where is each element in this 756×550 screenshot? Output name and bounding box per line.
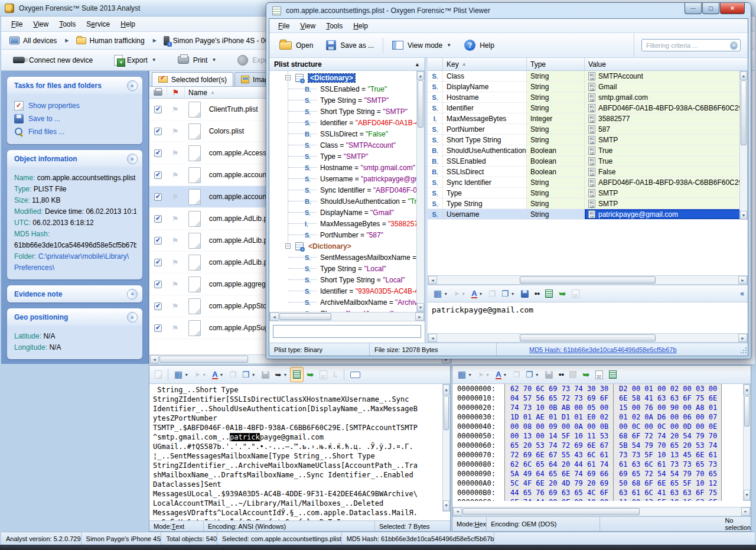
filter-input[interactable]: [646, 42, 730, 49]
scroll-up-icon[interactable]: ▲: [443, 385, 449, 395]
flag-icon[interactable]: ⚑: [172, 281, 179, 288]
chevron-up-icon[interactable]: «: [127, 154, 138, 164]
value-preview-text[interactable]: patrickpayge@gmail.com: [428, 302, 748, 333]
scroll-left-icon[interactable]: ◄: [270, 313, 279, 321]
text-viewer-vertical-scrollbar[interactable]: ▲ ▼: [442, 384, 450, 512]
key-column-header[interactable]: Key▲: [443, 58, 527, 70]
scroll-right-icon[interactable]: ►: [741, 507, 750, 516]
checkbox[interactable]: [154, 106, 162, 113]
stop-icon[interactable]: ▼: [567, 367, 579, 382]
table-vertical-scrollbar[interactable]: ▲ ▼: [739, 71, 748, 220]
geo-positioning-header[interactable]: Geo positioning «: [7, 308, 142, 326]
plist-tree-item[interactable]: − B SSLIsDirect = "False": [269, 128, 416, 139]
minimize-button[interactable]: —: [685, 3, 702, 14]
doc32-icon[interactable]: ▼: [569, 287, 582, 301]
scroll-up-icon[interactable]: ▲: [744, 385, 750, 395]
checkbox[interactable]: [154, 324, 162, 332]
tree-search-input[interactable]: [273, 325, 421, 338]
go-icon[interactable]: ▼: [304, 367, 316, 382]
checkbox[interactable]: [154, 302, 162, 310]
scrollbar-thumb[interactable]: [159, 356, 248, 363]
tree-vertical-scrollbar[interactable]: ▲ ▼: [416, 71, 425, 312]
value-column-header[interactable]: Value: [585, 58, 748, 70]
scroll-right-icon[interactable]: ►: [738, 334, 747, 342]
pin-icon[interactable]: ▼: [192, 367, 208, 382]
text-viewer-content[interactable]: String_..Short TypeStringZIdentifier[SSL…: [149, 384, 450, 520]
plist-table-row[interactable]: S Short Type String String SMTP: [428, 135, 748, 145]
scroll-left-icon[interactable]: ◄: [428, 334, 437, 342]
plist-table-row[interactable]: B SSLEnabled Boolean True: [428, 156, 748, 167]
flag-column-header[interactable]: ⚑: [167, 87, 185, 98]
mode-status[interactable]: Mode: Hex: [452, 517, 487, 531]
find-next-icon[interactable]: ▼: [273, 367, 290, 382]
plist-table-row[interactable]: S Identifier String ABFD046F-0A1B-4BFD-9…: [428, 103, 748, 113]
go-icon[interactable]: ▼: [556, 287, 568, 301]
scrollbar-thumb[interactable]: [418, 80, 423, 128]
task-link[interactable]: Find files ...: [14, 125, 136, 138]
task-link[interactable]: Save to ...: [14, 112, 136, 125]
flag-icon[interactable]: ⚑: [172, 324, 179, 332]
mode-status[interactable]: Mode: Text: [149, 521, 204, 531]
menu-item[interactable]: Tools: [321, 19, 348, 32]
plist-tree-item[interactable]: − S Hostname = "smtp.gmail.com": [269, 162, 416, 173]
plist-tree-item[interactable]: − I MaxMessageBytes = "35882577": [269, 218, 416, 229]
separator[interactable]: ▼: [344, 369, 344, 380]
flag-icon[interactable]: ⚑: [172, 237, 179, 245]
flag-icon[interactable]: ⚑: [172, 302, 179, 310]
pin-icon[interactable]: ▼: [475, 367, 492, 382]
icon-column-header[interactable]: [428, 58, 443, 70]
menu-item[interactable]: Help: [115, 18, 141, 31]
separator[interactable]: ▼: [168, 369, 168, 380]
plist-tree-item[interactable]: − B SSLEnabled = "True": [269, 83, 416, 95]
copy-pages-icon[interactable]: ▼: [499, 287, 517, 301]
plist-tree-item[interactable]: − S SentMessagesMailboxName = "Sent Mess…: [269, 252, 416, 263]
doc32-icon[interactable]: ▼: [317, 367, 330, 382]
copy-icon[interactable]: ▼: [510, 367, 522, 382]
page-icon[interactable]: ▼: [152, 367, 164, 382]
flag-icon[interactable]: ⚑: [172, 193, 179, 201]
menu-item[interactable]: View: [295, 19, 321, 32]
copy-icon[interactable]: ▼: [227, 367, 239, 382]
scrollbar-thumb[interactable]: [744, 396, 750, 427]
flag-icon[interactable]: ⚑: [172, 106, 179, 113]
collapse-panel-icon[interactable]: «: [740, 289, 744, 298]
save-as-button[interactable]: Save as ...: [322, 37, 378, 53]
flag-icon[interactable]: ⚑: [172, 171, 179, 179]
flag-icon[interactable]: ⚑: [172, 215, 179, 223]
text-mode-icon[interactable]: ▼: [607, 367, 619, 382]
scrollbar-thumb[interactable]: [444, 396, 449, 430]
print-button[interactable]: Print▼: [174, 54, 220, 67]
chevron-down-icon[interactable]: «: [127, 289, 138, 300]
checkbox[interactable]: [154, 237, 162, 245]
open-button[interactable]: Open: [275, 38, 317, 53]
resize-grip[interactable]: [739, 347, 747, 354]
print-column-header[interactable]: [149, 87, 167, 98]
plist-table-row[interactable]: S Type String String SMTP: [428, 198, 748, 209]
view-grid-icon[interactable]: ▼: [172, 367, 191, 382]
plist-tree-item[interactable]: − S Type String = "Local": [269, 263, 416, 274]
plist-table-row[interactable]: B SSLIsDirect Boolean False: [428, 167, 748, 177]
doc32-icon[interactable]: ▼: [593, 367, 605, 382]
menu-item[interactable]: File: [273, 19, 295, 32]
table-horizontal-scrollbar[interactable]: ◄ ►: [428, 275, 748, 285]
scroll-down-icon[interactable]: ▼: [417, 303, 424, 311]
view-grid-icon[interactable]: ▼: [431, 287, 450, 301]
plist-tree-item[interactable]: − S Identifier = "939A03D5-AC4B-4DDE-9F3…: [269, 285, 416, 297]
plist-table-row[interactable]: B ShouldUseAuthentication Boolean True: [428, 145, 748, 156]
plist-tree-item[interactable]: − S PortNumber = "587": [269, 229, 416, 240]
plist-tree-item[interactable]: − S Sync Identifier = "ABFD046F-0A1B-4BF…: [269, 184, 416, 196]
hex-viewer-content[interactable]: 00000000:62 70 6C 69 73 74 30 30D2 00 01…: [452, 384, 751, 516]
menu-item[interactable]: Tools: [54, 18, 81, 31]
collapse-node-icon[interactable]: −: [285, 243, 291, 249]
menu-item[interactable]: Service: [81, 18, 115, 31]
close-button[interactable]: ✕: [720, 3, 745, 14]
plist-table-row[interactable]: S PortNumber String 587: [428, 124, 748, 135]
go-icon[interactable]: ▼: [580, 367, 592, 382]
scrollbar-thumb[interactable]: [279, 313, 331, 320]
scroll-right-icon[interactable]: ►: [415, 313, 424, 321]
collapse-node-icon[interactable]: −: [285, 75, 291, 80]
plist-structure-header[interactable]: Plist structure ▲: [269, 58, 425, 71]
plist-tree-item[interactable]: − <Dictionary> =: [269, 240, 416, 252]
type-column-header[interactable]: Type: [527, 58, 585, 70]
breadcrumb-item[interactable]: All devices: [7, 35, 71, 47]
